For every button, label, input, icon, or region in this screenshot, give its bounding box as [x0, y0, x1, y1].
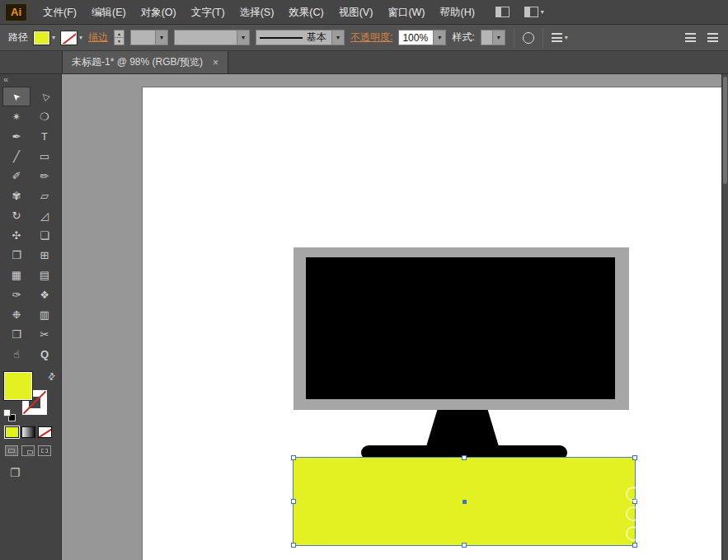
stroke-panel-link[interactable]: 描边 [88, 31, 108, 45]
menu-item-7[interactable]: 窗口(W) [380, 0, 432, 25]
width-tool[interactable]: ✣ [2, 225, 31, 245]
chevron-down-icon[interactable]: ▾ [433, 31, 445, 45]
artboard-tool[interactable]: ❒ [2, 324, 31, 344]
perspective-grid-tool[interactable]: ⊞ [31, 245, 59, 265]
align-menu[interactable]: ▾ [552, 33, 568, 42]
vertical-scrollbar[interactable] [721, 74, 728, 560]
magic-wand-tool[interactable]: ✴ [2, 106, 31, 126]
selection-tool[interactable]: ➤ [2, 87, 31, 106]
column-graph-tool[interactable]: ▥ [31, 304, 59, 324]
chevron-down-icon[interactable]: ▾ [155, 31, 167, 45]
width-profile-select[interactable]: ▾ [174, 30, 250, 45]
style-label: 样式: [452, 31, 474, 45]
scrollbar-thumb[interactable] [723, 77, 727, 184]
lasso-tool[interactable]: ❍ [31, 106, 59, 126]
menu-item-0[interactable]: 文件(F) [35, 0, 84, 25]
stepper-up-icon[interactable]: ▲ [115, 31, 124, 38]
scale-tool-icon: ◿ [40, 210, 49, 221]
opacity-select[interactable]: 100% ▾ [398, 30, 446, 45]
swap-fill-stroke-icon[interactable]: ⇄ [45, 370, 59, 384]
lasso-tool-icon: ❍ [40, 111, 49, 122]
graphic-style-select[interactable]: ▾ [481, 30, 505, 45]
menu-item-5[interactable]: 效果(C) [281, 0, 331, 25]
draw-behind-icon [27, 450, 33, 454]
arrange-documents-icon[interactable] [496, 7, 510, 17]
tools-grid: ➤▷✴❍✒T╱▭✐✏✾▱↻◿✣❏❐⊞▦▤✑❖❉▥❒✂☝Q [0, 87, 61, 364]
draw-inside-mode-button[interactable] [38, 445, 51, 456]
line-segment-tool[interactable]: ╱ [2, 146, 31, 166]
stroke-weight-select[interactable]: ▾ [130, 30, 168, 45]
selected-rectangle[interactable] [294, 458, 635, 545]
symbol-sprayer-tool[interactable]: ❉ [2, 304, 31, 324]
eyedropper-tool[interactable]: ✑ [2, 285, 31, 304]
eraser-tool[interactable]: ▱ [31, 186, 59, 205]
blob-brush-tool[interactable]: ✾ [2, 186, 31, 205]
draw-behind-mode-button[interactable] [21, 445, 35, 456]
menu-item-1[interactable]: 编辑(E) [84, 0, 134, 25]
align-panel-icon[interactable] [685, 33, 696, 42]
scale-tool[interactable]: ◿ [31, 205, 59, 225]
toolbar-collapse-button[interactable]: « [0, 74, 61, 87]
width-tool-icon: ✣ [12, 230, 21, 241]
none-button[interactable] [38, 426, 52, 438]
menu-item-2[interactable]: 对象(O) [134, 0, 184, 25]
fill-color-swatch[interactable] [34, 31, 49, 45]
monitor-stand-shape[interactable] [425, 409, 500, 452]
chevron-down-icon[interactable]: ▾ [237, 31, 249, 45]
workspace-switcher[interactable]: ▾ [524, 7, 544, 17]
canvas-pasteboard[interactable] [62, 74, 721, 560]
selection-tool-icon: ➤ [11, 91, 22, 102]
blend-tool-icon: ❖ [40, 289, 49, 300]
paintbrush-tool[interactable]: ✐ [2, 166, 31, 186]
menu-item-3[interactable]: 文字(T) [184, 0, 232, 25]
document-tab[interactable]: 未标题-1* @ 98% (RGB/预览) × [62, 51, 228, 73]
menu-item-6[interactable]: 视图(V) [331, 0, 381, 25]
draw-normal-mode-button[interactable] [5, 445, 18, 456]
chevron-down-icon[interactable]: ▾ [331, 31, 344, 45]
rotate-tool[interactable]: ↻ [2, 205, 31, 225]
opacity-panel-link[interactable]: 不透明度: [350, 31, 392, 45]
selection-handle[interactable] [291, 455, 296, 460]
watermark [626, 526, 641, 541]
selection-handle[interactable] [632, 455, 637, 460]
selection-handle[interactable] [632, 543, 637, 548]
pencil-tool[interactable]: ✏ [31, 166, 59, 186]
stroke-none-swatch[interactable] [61, 31, 77, 45]
free-transform-tool[interactable]: ❏ [31, 225, 59, 245]
gradient-tool-icon: ▤ [40, 270, 49, 280]
direct-selection-tool[interactable]: ▷ [31, 87, 59, 106]
mesh-tool[interactable]: ▦ [2, 265, 31, 285]
blend-tool[interactable]: ❖ [31, 285, 59, 304]
selection-handle[interactable] [462, 455, 467, 460]
color-button[interactable] [5, 426, 19, 438]
menu-item-4[interactable]: 选择(S) [232, 0, 282, 25]
stroke-color-control[interactable]: ▾ [61, 31, 82, 45]
brush-definition-select[interactable]: 基本 ▾ [256, 30, 345, 45]
rectangle-tool[interactable]: ▭ [31, 146, 59, 166]
menu-item-8[interactable]: 帮助(H) [433, 0, 482, 25]
screen-mode-button[interactable]: ❐ [0, 456, 61, 479]
stroke-weight-stepper[interactable]: ▲ ▼ [114, 30, 124, 45]
hand-tool[interactable]: ☝ [2, 344, 31, 364]
type-tool[interactable]: T [31, 126, 59, 146]
gradient-button[interactable] [21, 426, 35, 438]
draw-normal-icon [8, 449, 15, 453]
transform-panel-icon[interactable] [707, 33, 718, 42]
monitor-screen-shape[interactable] [306, 257, 615, 399]
recolor-artwork-icon[interactable] [523, 32, 534, 44]
default-fill-stroke-icon[interactable] [3, 409, 16, 421]
shape-builder-tool[interactable]: ❐ [2, 245, 31, 265]
line-segment-tool-icon: ╱ [13, 151, 20, 162]
slice-tool[interactable]: ✂ [31, 324, 59, 344]
selection-handle[interactable] [291, 499, 296, 504]
fill-color-control[interactable]: ▾ [34, 31, 55, 45]
zoom-tool[interactable]: Q [31, 344, 59, 364]
selection-handle[interactable] [462, 543, 467, 548]
selection-handle[interactable] [291, 543, 296, 548]
pen-tool[interactable]: ✒ [2, 126, 31, 146]
gradient-tool[interactable]: ▤ [31, 265, 59, 285]
chevron-down-icon[interactable]: ▾ [492, 31, 505, 45]
stepper-down-icon[interactable]: ▼ [115, 38, 124, 45]
close-icon[interactable]: × [213, 57, 218, 68]
fill-swatch[interactable] [4, 372, 32, 400]
